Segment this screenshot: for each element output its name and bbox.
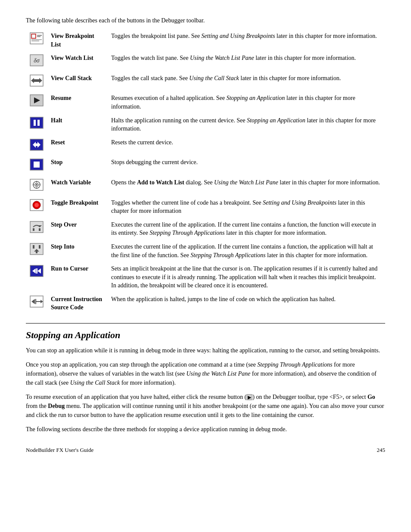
svg-rect-40 (36, 252, 37, 253)
toolbar-description: Toggles the watch list pane. See Using t… (108, 51, 385, 72)
toolbar-icon-halt (26, 114, 47, 136)
table-row: View Breakpoint ListToggles the breakpoi… (26, 29, 385, 51)
svg-rect-2 (32, 34, 35, 38)
footer-left: NodeBuilder FX User's Guide (26, 447, 93, 454)
intro-text: The following table describes each of th… (26, 17, 385, 24)
table-row: View Call StackToggles the call stack pa… (26, 72, 385, 92)
svg-rect-14 (30, 117, 43, 128)
svg-rect-37 (33, 245, 34, 249)
toolbar-description: Toggles the breakpoint list pane. See Se… (108, 29, 385, 51)
toolbar-description: Resets the current device. (108, 136, 385, 156)
table-row: ResetResets the current device. (26, 136, 385, 156)
toolbar-icon-call-stack (26, 72, 47, 92)
toolbar-description: When the application is halted, jumps to… (108, 292, 385, 314)
toolbar-label: View Call Stack (47, 72, 108, 92)
toolbar-description: Stops debugging the current device. (108, 156, 385, 176)
toolbar-description: Executes the current line of the applica… (108, 240, 385, 262)
toolbar-icon-resume (26, 91, 47, 113)
svg-rect-35 (39, 228, 40, 231)
svg-rect-20 (34, 162, 40, 168)
svg-rect-43 (36, 268, 37, 274)
toolbar-icon-step-into (26, 240, 47, 262)
table-row: Run to CursorSets an implicit breakpoint… (26, 262, 385, 292)
body-paragraph-3: The following sections describe the thre… (26, 425, 385, 434)
toolbar-label: Toggle Breakpoint (47, 196, 108, 218)
toolbar-description: Toggles the call stack pane. See Using t… (108, 72, 385, 92)
toolbar-description: Toggles whether the current line of code… (108, 196, 385, 218)
footer-right: 245 (377, 447, 386, 454)
toolbar-label: Step Over (47, 218, 108, 240)
toolbar-label: View Breakpoint List (47, 29, 108, 51)
toolbar-icon-stop (26, 156, 47, 176)
toolbar-label: Stop (47, 156, 108, 176)
body-paragraph-0: You can stop an application while it is … (26, 346, 385, 355)
svg-text:δσ: δσ (34, 57, 40, 64)
toolbar-icon-watch-var (26, 176, 47, 196)
table-row: Toggle BreakpointToggles whether the cur… (26, 196, 385, 218)
body-paragraph-1: Once you stop an application, you can st… (26, 360, 385, 387)
table-row: HaltHalts the application running on the… (26, 114, 385, 136)
footer: NodeBuilder FX User's Guide 245 (26, 447, 385, 454)
svg-rect-38 (39, 245, 40, 249)
paragraphs-container: You can stop an application while it is … (26, 346, 385, 434)
table-row: ResumeResumes execution of a halted appl… (26, 91, 385, 113)
svg-rect-15 (34, 120, 36, 126)
toolbar-label: View Watch List (47, 51, 108, 72)
toolbar-table: View Breakpoint ListToggles the breakpoi… (26, 29, 385, 314)
toolbar-description: Sets an implicit breakpoint at the line … (108, 262, 385, 292)
section-divider (26, 323, 385, 324)
toolbar-description: Opens the Add to Watch List dialog. See … (108, 176, 385, 196)
toolbar-label: Halt (47, 114, 108, 136)
toolbar-icon-toggle-bp (26, 196, 47, 218)
table-row: Step OverExecutes the current line of th… (26, 218, 385, 240)
body-paragraph-2: To resume execution of an application th… (26, 392, 385, 420)
svg-point-28 (36, 184, 37, 186)
toolbar-label: Current Instruction Source Code (47, 292, 108, 314)
svg-point-31 (34, 203, 39, 207)
toolbar-description: Resumes execution of a halted applicatio… (108, 91, 385, 113)
svg-rect-16 (37, 120, 40, 126)
table-row: δσ View Watch ListToggles the watch list… (26, 51, 385, 72)
toolbar-label: Run to Cursor (47, 262, 108, 292)
toolbar-icon-reset (26, 136, 47, 156)
toolbar-label: Watch Variable (47, 176, 108, 196)
svg-rect-32 (30, 221, 43, 233)
table-row: StopStops debugging the current device. (26, 156, 385, 176)
svg-rect-47 (35, 299, 36, 304)
toolbar-icon-step-over (26, 218, 47, 240)
toolbar-label: Resume (47, 91, 108, 113)
toolbar-label: Step Into (47, 240, 108, 262)
table-row: Watch VariableOpens the Add to Watch Lis… (26, 176, 385, 196)
toolbar-icon-current-instr (26, 292, 47, 314)
toolbar-description: Halts the application running on the cur… (108, 114, 385, 136)
table-row: Step IntoExecutes the current line of th… (26, 240, 385, 262)
toolbar-label: Reset (47, 136, 108, 156)
toolbar-icon-breakpoint-list (26, 29, 47, 51)
toolbar-icon-run-cursor (26, 262, 47, 292)
toolbar-description: Executes the current line of the applica… (108, 218, 385, 240)
table-row: Current Instruction Source CodeWhen the … (26, 292, 385, 314)
svg-rect-34 (33, 228, 34, 231)
toolbar-icon-watch-list: δσ (26, 51, 47, 72)
section-title: Stopping an Application (26, 330, 385, 341)
